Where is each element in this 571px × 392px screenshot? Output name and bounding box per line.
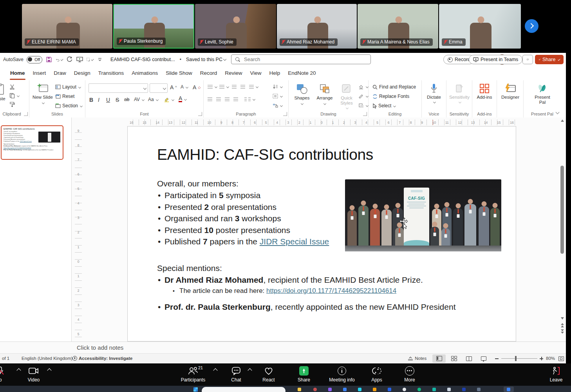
- ribbon-tab[interactable]: Insert: [29, 66, 50, 80]
- zoom-out-button[interactable]: [495, 358, 499, 359]
- ribbon-tab[interactable]: Help: [266, 66, 284, 80]
- increase-indent-button[interactable]: [240, 85, 245, 89]
- ribbon-tab[interactable]: Home: [6, 66, 29, 80]
- search-input[interactable]: [243, 56, 354, 63]
- convert-smartart-button[interactable]: [273, 103, 282, 108]
- jidr-link[interactable]: JIDR Special Issue: [260, 237, 329, 246]
- character-spacing-button[interactable]: AV: [134, 97, 144, 102]
- participant-video-tile[interactable]: Ahmed Riaz Mohamed: [277, 4, 357, 49]
- font-dialog-launcher[interactable]: [198, 112, 202, 116]
- normal-view-button[interactable]: [432, 354, 446, 363]
- ab-strike-button[interactable]: ab: [124, 97, 129, 102]
- video-options-caret[interactable]: [47, 368, 51, 372]
- participant-video-tile[interactable]: Levitt, Sophie: [195, 4, 276, 49]
- vertical-scrollbar[interactable]: [560, 119, 565, 336]
- ribbon-tab[interactable]: Review: [221, 66, 246, 80]
- notes-toggle[interactable]: Notes: [407, 356, 426, 361]
- saved-status[interactable]: Saved to this PC: [186, 57, 226, 62]
- paste-button[interactable]: Paste: [0, 83, 9, 101]
- quick-styles-button[interactable]: Quick Styles: [336, 83, 357, 109]
- strikethrough-button[interactable]: S: [116, 97, 119, 103]
- justify-button[interactable]: [233, 98, 238, 101]
- bold-button[interactable]: B: [89, 97, 93, 103]
- comments-button[interactable]: [522, 55, 533, 64]
- find-replace-button[interactable]: Find and Replace: [372, 84, 416, 90]
- document-title[interactable]: EAMHID CAF-SIG contribut...: [110, 57, 175, 62]
- next-slide-button[interactable]: [561, 329, 564, 331]
- ribbon-tab[interactable]: Record: [196, 66, 221, 80]
- slide-special-text[interactable]: Special mentions: Dr Ahmed Riaz Mohamed,…: [157, 262, 494, 313]
- layout-button[interactable]: Layout: [55, 84, 81, 90]
- undo-icon[interactable]: [56, 56, 63, 63]
- designer-button[interactable]: Designer: [499, 83, 521, 100]
- audio-options-caret[interactable]: [16, 368, 21, 372]
- save-icon[interactable]: [45, 56, 52, 63]
- fit-to-window-button[interactable]: [557, 354, 566, 363]
- notes-area[interactable]: Click to add notes: [0, 341, 566, 353]
- start-slideshow-icon[interactable]: [76, 56, 83, 63]
- doi-link[interactable]: https://doi.org/10.1177/1744629522110461…: [266, 287, 396, 294]
- section-button[interactable]: Section: [55, 103, 82, 108]
- meeting-info-button[interactable]: Meeting info: [324, 366, 360, 383]
- taskbar-app-icon[interactable]: [417, 388, 421, 391]
- taskbar-app-icon[interactable]: [373, 388, 376, 391]
- bullets-button[interactable]: [208, 85, 217, 89]
- align-text-button[interactable]: [273, 94, 282, 99]
- chat-button[interactable]: Chat: [225, 366, 247, 383]
- cut-button[interactable]: [9, 84, 15, 90]
- font-color-button[interactable]: A: [179, 96, 186, 102]
- decrease-indent-button[interactable]: [232, 85, 237, 89]
- taskbar-app-icon[interactable]: [403, 388, 406, 391]
- slide-title[interactable]: EAMHID: CAF-SIG contributions: [157, 146, 373, 163]
- shrink-font-button[interactable]: A: [181, 84, 188, 90]
- participant-video-tile[interactable]: ELENI EIRINI MAMA: [22, 4, 112, 49]
- autosave-toggle[interactable]: Off: [27, 56, 42, 63]
- select-button[interactable]: Select: [372, 103, 396, 108]
- line-spacing-button[interactable]: [249, 85, 258, 89]
- slideshow-view-button[interactable]: [477, 354, 490, 363]
- ribbon-tab[interactable]: Animations: [128, 66, 162, 80]
- taskbar-app-icon[interactable]: [328, 388, 332, 391]
- italic-button[interactable]: I: [98, 97, 99, 103]
- drawing-dialog-launcher[interactable]: [363, 112, 367, 116]
- zoom-percentage[interactable]: 80%: [546, 356, 555, 361]
- reading-view-button[interactable]: [462, 354, 475, 363]
- taskbar-app-icon[interactable]: [313, 388, 317, 391]
- numbering-button[interactable]: [219, 85, 229, 89]
- search-box[interactable]: [231, 54, 371, 64]
- columns-button[interactable]: [244, 98, 255, 101]
- language-status[interactable]: English (United Kingdom): [22, 356, 72, 361]
- copy-button[interactable]: [9, 93, 19, 98]
- zoom-slider-track[interactable]: [501, 358, 537, 359]
- taskbar-active-app[interactable]: [504, 387, 514, 392]
- group-photo[interactable]: CAF-SIG: [345, 179, 501, 251]
- audio-button[interactable]: o: [0, 366, 14, 383]
- taskbar-search[interactable]: [202, 387, 286, 392]
- reset-button[interactable]: Reset: [55, 94, 74, 99]
- paste-options-icon[interactable]: [86, 56, 93, 63]
- taskbar-app-icon[interactable]: [477, 388, 481, 391]
- slide-canvas[interactable]: EAMHID: CAF-SIG contributions Overall, o…: [127, 126, 516, 341]
- share-button[interactable]: Share: [535, 55, 564, 64]
- slide-thumbnail[interactable]: EAMHID: CAF-SIG contributions Overall, o…: [1, 125, 63, 160]
- zoom-slider-thumb[interactable]: [515, 356, 517, 361]
- align-left-button[interactable]: [208, 98, 212, 101]
- replace-fonts-button[interactable]: Replace Fonts: [372, 94, 409, 99]
- taskbar-app-icon[interactable]: [432, 388, 436, 391]
- align-right-button[interactable]: [225, 98, 229, 101]
- more-button[interactable]: More: [398, 366, 421, 383]
- participant-video-tile[interactable]: Emma: [439, 4, 521, 49]
- taskbar-app-icon[interactable]: [462, 388, 466, 391]
- participant-video-tile[interactable]: Paula Sterkenburg: [113, 4, 194, 49]
- arrange-button[interactable]: Arrange: [314, 83, 335, 106]
- leave-button[interactable]: Leave: [544, 366, 568, 383]
- share-screen-button[interactable]: Share: [293, 366, 315, 383]
- taskbar-app-icon[interactable]: [447, 388, 451, 391]
- change-case-button[interactable]: Aa: [148, 97, 158, 102]
- text-direction-button[interactable]: [273, 84, 282, 89]
- participants-button[interactable]: 21 Participants: [178, 366, 208, 383]
- highlight-button[interactable]: [164, 97, 174, 102]
- clipboard-dialog-launcher[interactable]: [24, 112, 28, 116]
- ribbon-tab[interactable]: Slide Show: [162, 66, 196, 80]
- redo-icon[interactable]: [66, 56, 73, 63]
